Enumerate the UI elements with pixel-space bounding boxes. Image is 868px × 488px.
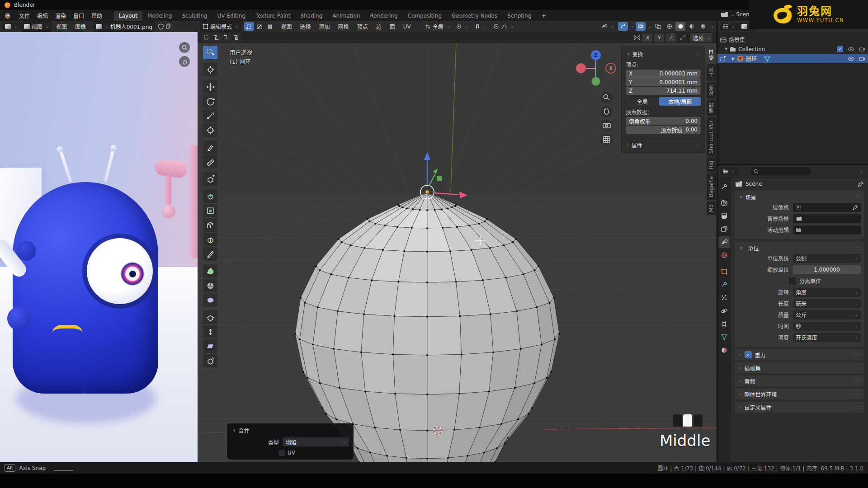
disable-render-camera-icon[interactable]	[859, 56, 865, 61]
properties-search-input[interactable]	[750, 167, 811, 175]
time-dropdown[interactable]: 秒⌄	[793, 322, 861, 331]
disable-render-camera-icon[interactable]	[859, 47, 865, 52]
image-menu-view[interactable]: 视图	[52, 21, 71, 32]
workspace-tab-layout[interactable]: Layout	[114, 11, 142, 21]
camera-field[interactable]	[793, 203, 861, 212]
tab-particles[interactable]	[718, 292, 730, 304]
scene-panel-header[interactable]: ∨ 场景 ::::	[738, 192, 861, 202]
tool-annotate[interactable]	[203, 141, 217, 154]
tool-add-cube[interactable]	[203, 172, 217, 186]
workspace-add-tab[interactable]: +	[537, 11, 551, 21]
workspace-tab-animation[interactable]: Animation	[327, 11, 365, 21]
editor-type-button[interactable]: ⌄	[2, 23, 20, 30]
tool-rotate[interactable]	[203, 94, 217, 108]
tab-material[interactable]	[718, 344, 730, 356]
shading-wireframe-button[interactable]	[664, 22, 674, 31]
vp-menu-mesh[interactable]: 网格	[335, 21, 353, 32]
tool-cursor[interactable]	[203, 63, 217, 76]
pin-icon[interactable]	[858, 181, 863, 187]
menu-help[interactable]: 帮助	[88, 10, 106, 21]
menu-window[interactable]: 窗口	[70, 10, 88, 21]
tool-smooth[interactable]	[203, 293, 217, 307]
camera-view-button[interactable]	[601, 120, 613, 131]
local-button[interactable]: 本地/局部	[659, 97, 701, 106]
tool-measure[interactable]	[203, 155, 217, 169]
vp-menu-uv[interactable]: UV	[400, 22, 415, 31]
viewport-canvas[interactable]: Z X	[198, 43, 717, 462]
menu-edit[interactable]: 编辑	[33, 10, 52, 21]
workspace-tab-geometry-nodes[interactable]: Geometry Nodes	[447, 11, 502, 21]
transform-panel-header[interactable]: ∨ 变换 ::::	[626, 50, 701, 58]
collection-row[interactable]: ▼ Collection ✓	[717, 44, 868, 54]
tool-edge-slide[interactable]	[203, 310, 217, 324]
snap-dropdown[interactable]: ⌄	[472, 22, 490, 31]
tab-view-layer[interactable]	[718, 223, 730, 235]
length-dropdown[interactable]: 毫米⌄	[793, 299, 861, 308]
xray-toggle-button[interactable]	[653, 22, 663, 31]
sidebar-tab-tool[interactable]: 工具	[707, 64, 716, 81]
outliner-type-button[interactable]: ⌄	[720, 23, 738, 30]
select-subtract-button[interactable]	[221, 33, 231, 42]
gravity-checkbox[interactable]: ✓	[745, 351, 752, 358]
merge-type-dropdown[interactable]: 塌陷 ⌄	[283, 437, 349, 446]
uv-checkbox[interactable]	[279, 450, 285, 456]
image-menu-image[interactable]: 图像	[71, 21, 90, 32]
tab-scene[interactable]	[718, 236, 730, 248]
vertex-y-field[interactable]: Y0.000001 mm	[626, 78, 701, 86]
properties-filter-icon[interactable]: ⌄	[859, 169, 863, 174]
zoom-button[interactable]	[601, 92, 613, 103]
tool-knife[interactable]	[203, 247, 217, 261]
vp-menu-face[interactable]: 面	[386, 21, 399, 32]
temperature-dropdown[interactable]: 开氏温度⌄	[793, 333, 861, 342]
tab-world[interactable]	[718, 249, 730, 261]
vertex-z-field[interactable]: Z714.11 mm	[626, 87, 701, 95]
hide-eye-icon[interactable]	[848, 56, 854, 61]
image-canvas[interactable]	[0, 32, 198, 462]
tab-object[interactable]	[718, 266, 730, 277]
fake-user-shield-icon[interactable]	[158, 23, 164, 30]
units-panel-header[interactable]: ∨ 单位 ::::	[738, 244, 861, 253]
tool-scale[interactable]	[203, 109, 217, 122]
tool-bevel[interactable]	[203, 218, 217, 232]
workspace-tab-rendering[interactable]: Rendering	[365, 11, 403, 21]
select-intersect-button[interactable]	[231, 33, 241, 42]
chevron-down-icon[interactable]: ⌄	[648, 24, 652, 28]
unit-scale-field[interactable]: 1.000000	[793, 265, 861, 274]
tab-modifiers[interactable]	[718, 279, 730, 291]
shading-rendered-button[interactable]	[698, 22, 708, 31]
bevel-weight-field[interactable]: 倒角权重0.00	[626, 117, 701, 125]
eyedropper-icon[interactable]	[853, 205, 858, 210]
menu-file[interactable]: 文件	[15, 10, 33, 21]
audio-panel-header[interactable]: › 音频 ::::	[735, 375, 864, 386]
tool-poly-build[interactable]	[203, 264, 217, 278]
sidebar-tab-rig[interactable]: Rig	[707, 158, 716, 173]
hide-eye-icon[interactable]	[848, 47, 854, 52]
tab-tool[interactable]	[718, 181, 730, 192]
object-row-torus[interactable]: ▶ 圆环	[717, 54, 868, 63]
tool-transform[interactable]	[203, 123, 217, 137]
global-button[interactable]: 全局	[626, 97, 659, 106]
unit-system-dropdown[interactable]: 公制⌄	[793, 254, 861, 263]
zoom-in-button[interactable]	[179, 42, 190, 53]
tab-physics[interactable]	[718, 305, 730, 317]
mirror-x-button[interactable]: X	[642, 33, 652, 42]
vp-menu-vertex[interactable]: 顶点	[354, 21, 372, 32]
menu-render[interactable]: 渲染	[52, 10, 70, 21]
vp-menu-edge[interactable]: 边	[373, 21, 385, 32]
expand-icon[interactable]: ▼	[725, 47, 727, 51]
item-properties-panel-header[interactable]: › 属性 ::::	[626, 138, 701, 149]
workspace-tab-sculpting[interactable]: Sculpting	[177, 11, 212, 21]
drag-dots-icon[interactable]: ::::	[693, 52, 701, 56]
options-dropdown[interactable]: 选项 ⌄	[690, 33, 713, 43]
workspace-tab-texture-paint[interactable]: Texture Paint	[250, 11, 295, 21]
tab-render[interactable]	[718, 197, 730, 209]
tool-inset-faces[interactable]	[203, 204, 217, 217]
mode-dropdown[interactable]: 编辑模式 ⌄	[200, 21, 241, 32]
tab-object-data[interactable]	[718, 331, 730, 343]
sidebar-tab-shortcut-vur[interactable]: Shortcut VUr	[707, 117, 716, 157]
overlays-toggle-button[interactable]	[636, 22, 646, 31]
workspace-tab-compositing[interactable]: Compositing	[403, 11, 447, 21]
tool-loop-cut[interactable]	[203, 233, 217, 246]
face-select-button[interactable]	[265, 22, 275, 31]
tool-shear[interactable]	[203, 339, 217, 353]
